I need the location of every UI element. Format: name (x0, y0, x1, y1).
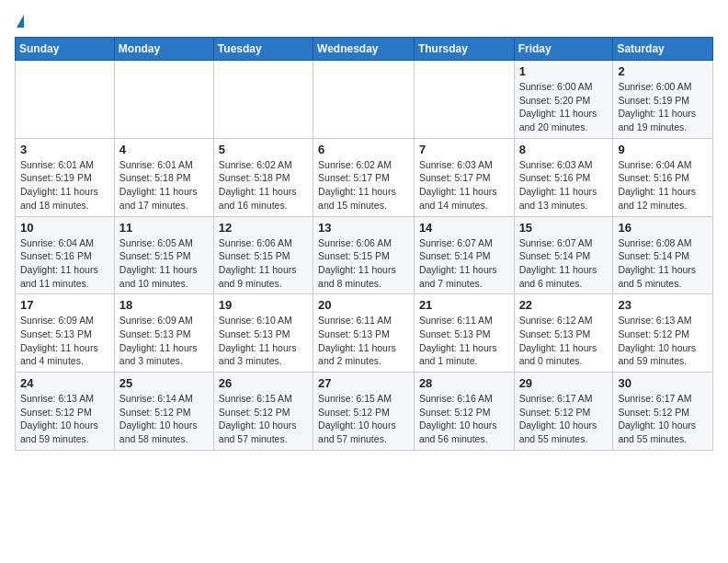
day-number: 4 (119, 143, 209, 156)
calendar-cell: 20Sunrise: 6:11 AM Sunset: 5:13 PM Dayli… (313, 294, 415, 373)
calendar-cell: 9Sunrise: 6:04 AM Sunset: 5:16 PM Daylig… (613, 138, 713, 216)
day-number: 28 (419, 376, 509, 390)
calendar-cell: 29Sunrise: 6:17 AM Sunset: 5:12 PM Dayli… (514, 373, 613, 451)
day-number: 3 (20, 143, 109, 156)
day-number: 30 (618, 376, 708, 390)
day-number: 1 (519, 64, 609, 78)
calendar-header-thursday: Thursday (414, 38, 514, 61)
day-number: 23 (618, 298, 708, 312)
calendar-cell: 8Sunrise: 6:03 AM Sunset: 5:16 PM Daylig… (514, 138, 613, 216)
day-number: 5 (219, 143, 308, 156)
day-info: Sunrise: 6:16 AM Sunset: 5:12 PM Dayligh… (419, 392, 509, 446)
day-info: Sunrise: 6:12 AM Sunset: 5:13 PM Dayligh… (519, 314, 609, 368)
calendar-week-3: 10Sunrise: 6:04 AM Sunset: 5:16 PM Dayli… (16, 216, 713, 294)
day-info: Sunrise: 6:11 AM Sunset: 5:13 PM Dayligh… (318, 314, 409, 368)
calendar-cell: 10Sunrise: 6:04 AM Sunset: 5:16 PM Dayli… (16, 216, 115, 294)
day-info: Sunrise: 6:08 AM Sunset: 5:14 PM Dayligh… (618, 236, 708, 291)
day-number: 29 (519, 376, 609, 390)
day-number: 16 (618, 221, 708, 235)
calendar-cell: 2Sunrise: 6:00 AM Sunset: 5:19 PM Daylig… (613, 61, 713, 139)
day-info: Sunrise: 6:01 AM Sunset: 5:18 PM Dayligh… (119, 158, 209, 213)
calendar-cell: 22Sunrise: 6:12 AM Sunset: 5:13 PM Dayli… (514, 294, 613, 373)
calendar-cell: 3Sunrise: 6:01 AM Sunset: 5:19 PM Daylig… (16, 138, 115, 216)
day-info: Sunrise: 6:07 AM Sunset: 5:14 PM Dayligh… (519, 236, 609, 291)
day-number: 13 (318, 221, 409, 235)
day-number: 9 (618, 143, 708, 156)
calendar-cell: 1Sunrise: 6:00 AM Sunset: 5:20 PM Daylig… (514, 61, 613, 139)
day-info: Sunrise: 6:10 AM Sunset: 5:13 PM Dayligh… (219, 314, 308, 368)
day-number: 26 (219, 376, 308, 390)
day-info: Sunrise: 6:02 AM Sunset: 5:17 PM Dayligh… (318, 158, 409, 213)
calendar-header-saturday: Saturday (613, 38, 713, 61)
calendar-body: 1Sunrise: 6:00 AM Sunset: 5:20 PM Daylig… (16, 61, 713, 451)
logo (15, 15, 24, 29)
calendar-cell: 21Sunrise: 6:11 AM Sunset: 5:13 PM Dayli… (414, 294, 514, 373)
day-info: Sunrise: 6:00 AM Sunset: 5:19 PM Dayligh… (618, 80, 708, 134)
day-info: Sunrise: 6:04 AM Sunset: 5:16 PM Dayligh… (618, 158, 708, 213)
calendar-cell: 12Sunrise: 6:06 AM Sunset: 5:15 PM Dayli… (213, 216, 313, 294)
day-info: Sunrise: 6:15 AM Sunset: 5:12 PM Dayligh… (318, 392, 409, 446)
day-info: Sunrise: 6:13 AM Sunset: 5:12 PM Dayligh… (618, 314, 708, 368)
calendar-header-wednesday: Wednesday (313, 38, 415, 61)
calendar-cell: 17Sunrise: 6:09 AM Sunset: 5:13 PM Dayli… (16, 294, 115, 373)
calendar-week-1: 1Sunrise: 6:00 AM Sunset: 5:20 PM Daylig… (16, 61, 713, 139)
day-info: Sunrise: 6:13 AM Sunset: 5:12 PM Dayligh… (20, 392, 109, 446)
day-number: 2 (618, 64, 708, 78)
calendar-cell: 26Sunrise: 6:15 AM Sunset: 5:12 PM Dayli… (213, 373, 313, 451)
day-number: 8 (519, 143, 609, 156)
page-header (15, 15, 713, 29)
calendar-week-2: 3Sunrise: 6:01 AM Sunset: 5:19 PM Daylig… (16, 138, 713, 216)
day-info: Sunrise: 6:11 AM Sunset: 5:13 PM Dayligh… (419, 314, 509, 368)
day-info: Sunrise: 6:06 AM Sunset: 5:15 PM Dayligh… (318, 236, 409, 291)
day-info: Sunrise: 6:02 AM Sunset: 5:18 PM Dayligh… (219, 158, 308, 213)
day-info: Sunrise: 6:04 AM Sunset: 5:16 PM Dayligh… (20, 236, 109, 291)
calendar-cell: 4Sunrise: 6:01 AM Sunset: 5:18 PM Daylig… (114, 138, 213, 216)
calendar-cell (313, 61, 415, 139)
calendar-table: SundayMondayTuesdayWednesdayThursdayFrid… (15, 37, 713, 451)
calendar-cell (16, 61, 115, 139)
calendar-header-sunday: Sunday (16, 38, 115, 61)
day-number: 15 (519, 221, 609, 235)
day-info: Sunrise: 6:01 AM Sunset: 5:19 PM Dayligh… (20, 158, 109, 213)
day-info: Sunrise: 6:06 AM Sunset: 5:15 PM Dayligh… (219, 236, 308, 291)
day-info: Sunrise: 6:15 AM Sunset: 5:12 PM Dayligh… (219, 392, 308, 446)
calendar-cell (213, 61, 313, 139)
day-number: 22 (519, 298, 609, 312)
day-info: Sunrise: 6:17 AM Sunset: 5:12 PM Dayligh… (519, 392, 609, 446)
day-number: 7 (419, 143, 509, 156)
day-number: 6 (318, 143, 409, 156)
day-number: 21 (419, 298, 509, 312)
calendar-cell: 11Sunrise: 6:05 AM Sunset: 5:15 PM Dayli… (114, 216, 213, 294)
calendar-cell: 15Sunrise: 6:07 AM Sunset: 5:14 PM Dayli… (514, 216, 613, 294)
day-number: 12 (219, 221, 308, 235)
calendar-cell: 23Sunrise: 6:13 AM Sunset: 5:12 PM Dayli… (613, 294, 713, 373)
calendar-header-row: SundayMondayTuesdayWednesdayThursdayFrid… (16, 38, 713, 61)
calendar-cell: 5Sunrise: 6:02 AM Sunset: 5:18 PM Daylig… (213, 138, 313, 216)
day-number: 11 (119, 221, 209, 235)
calendar-cell: 6Sunrise: 6:02 AM Sunset: 5:17 PM Daylig… (313, 138, 415, 216)
day-info: Sunrise: 6:14 AM Sunset: 5:12 PM Dayligh… (119, 392, 209, 446)
calendar-header-monday: Monday (114, 38, 213, 61)
calendar-week-4: 17Sunrise: 6:09 AM Sunset: 5:13 PM Dayli… (16, 294, 713, 373)
day-number: 19 (219, 298, 308, 312)
day-info: Sunrise: 6:03 AM Sunset: 5:17 PM Dayligh… (419, 158, 509, 213)
day-number: 10 (20, 221, 109, 235)
logo-triangle-icon (17, 15, 24, 28)
day-number: 20 (318, 298, 409, 312)
calendar-cell: 25Sunrise: 6:14 AM Sunset: 5:12 PM Dayli… (114, 373, 213, 451)
day-info: Sunrise: 6:03 AM Sunset: 5:16 PM Dayligh… (519, 158, 609, 213)
calendar-cell: 30Sunrise: 6:17 AM Sunset: 5:12 PM Dayli… (613, 373, 713, 451)
calendar-header-tuesday: Tuesday (213, 38, 313, 61)
calendar-cell: 24Sunrise: 6:13 AM Sunset: 5:12 PM Dayli… (16, 373, 115, 451)
day-number: 25 (119, 376, 209, 390)
calendar-cell: 19Sunrise: 6:10 AM Sunset: 5:13 PM Dayli… (213, 294, 313, 373)
calendar-cell: 7Sunrise: 6:03 AM Sunset: 5:17 PM Daylig… (414, 138, 514, 216)
day-number: 17 (20, 298, 109, 312)
day-number: 14 (419, 221, 509, 235)
calendar-cell: 27Sunrise: 6:15 AM Sunset: 5:12 PM Dayli… (313, 373, 415, 451)
day-info: Sunrise: 6:05 AM Sunset: 5:15 PM Dayligh… (119, 236, 209, 291)
calendar-cell: 14Sunrise: 6:07 AM Sunset: 5:14 PM Dayli… (414, 216, 514, 294)
day-info: Sunrise: 6:17 AM Sunset: 5:12 PM Dayligh… (618, 392, 708, 446)
calendar-cell: 13Sunrise: 6:06 AM Sunset: 5:15 PM Dayli… (313, 216, 415, 294)
day-number: 24 (20, 376, 109, 390)
